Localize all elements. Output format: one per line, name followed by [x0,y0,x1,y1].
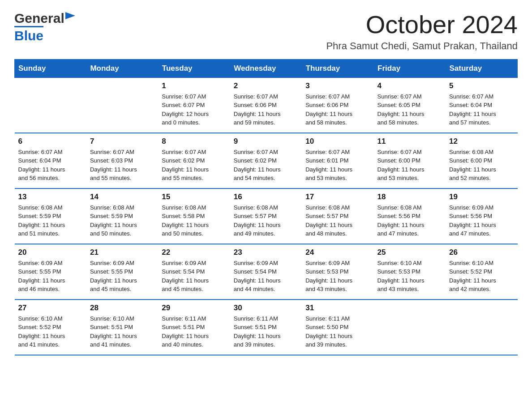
day-info: Sunrise: 6:07 AM Sunset: 6:01 PM Dayligh… [305,148,370,183]
month-title: October 2024 [326,11,518,39]
day-info: Sunrise: 6:08 AM Sunset: 5:57 PM Dayligh… [234,203,298,238]
day-info: Sunrise: 6:08 AM Sunset: 5:56 PM Dayligh… [378,203,442,238]
calendar-cell: 2Sunrise: 6:07 AM Sunset: 6:06 PM Daylig… [230,77,302,133]
calendar-cell: 12Sunrise: 6:08 AM Sunset: 6:00 PM Dayli… [446,133,517,188]
day-info: Sunrise: 6:10 AM Sunset: 5:52 PM Dayligh… [449,259,514,294]
calendar-cell: 23Sunrise: 6:09 AM Sunset: 5:54 PM Dayli… [230,244,302,300]
calendar-cell: 9Sunrise: 6:07 AM Sunset: 6:02 PM Daylig… [230,133,302,188]
logo-top-line: General [14,11,75,26]
calendar-cell: 1Sunrise: 6:07 AM Sunset: 6:07 PM Daylig… [158,77,230,133]
calendar-cell [15,77,86,133]
logo-general-text: General [14,11,64,26]
day-info: Sunrise: 6:08 AM Sunset: 5:59 PM Dayligh… [18,203,83,238]
day-info: Sunrise: 6:07 AM Sunset: 6:02 PM Dayligh… [162,148,226,183]
day-number: 10 [305,137,370,146]
calendar-cell: 17Sunrise: 6:08 AM Sunset: 5:57 PM Dayli… [302,188,373,244]
day-number: 9 [234,137,298,146]
day-number: 11 [378,137,442,146]
day-number: 21 [90,248,154,257]
calendar-cell: 11Sunrise: 6:07 AM Sunset: 6:00 PM Dayli… [374,133,446,188]
day-info: Sunrise: 6:10 AM Sunset: 5:53 PM Dayligh… [378,259,442,294]
calendar-cell: 24Sunrise: 6:09 AM Sunset: 5:53 PM Dayli… [302,244,373,300]
day-info: Sunrise: 6:07 AM Sunset: 6:04 PM Dayligh… [18,148,83,183]
day-number: 3 [305,81,370,90]
day-info: Sunrise: 6:10 AM Sunset: 5:51 PM Dayligh… [90,314,154,349]
day-info: Sunrise: 6:10 AM Sunset: 5:52 PM Dayligh… [18,314,83,349]
day-number: 18 [378,193,442,201]
calendar-cell: 7Sunrise: 6:07 AM Sunset: 6:03 PM Daylig… [86,133,158,188]
calendar-cell: 15Sunrise: 6:08 AM Sunset: 5:58 PM Dayli… [158,188,230,244]
calendar-cell: 8Sunrise: 6:07 AM Sunset: 6:02 PM Daylig… [158,133,230,188]
day-number: 27 [18,304,83,313]
day-number: 28 [90,304,154,313]
logo-flag-icon [65,12,75,23]
calendar-header-monday: Monday [86,59,158,77]
day-number: 19 [449,193,514,201]
day-number: 12 [449,137,514,146]
calendar-week-row: 6Sunrise: 6:07 AM Sunset: 6:04 PM Daylig… [15,133,518,188]
logo-bottom-line: Blue [14,26,75,43]
day-info: Sunrise: 6:11 AM Sunset: 5:51 PM Dayligh… [234,314,298,349]
calendar-cell: 14Sunrise: 6:08 AM Sunset: 5:59 PM Dayli… [86,188,158,244]
calendar-header-friday: Friday [374,59,446,77]
day-info: Sunrise: 6:09 AM Sunset: 5:55 PM Dayligh… [18,259,83,294]
calendar-cell: 5Sunrise: 6:07 AM Sunset: 6:04 PM Daylig… [446,77,517,133]
day-number: 13 [18,193,83,201]
day-number: 31 [305,304,370,313]
day-info: Sunrise: 6:07 AM Sunset: 6:02 PM Dayligh… [234,148,298,183]
day-info: Sunrise: 6:08 AM Sunset: 5:57 PM Dayligh… [305,203,370,238]
calendar-header-tuesday: Tuesday [158,59,230,77]
calendar-cell: 20Sunrise: 6:09 AM Sunset: 5:55 PM Dayli… [15,244,86,300]
calendar-cell [374,300,446,355]
calendar-cell: 19Sunrise: 6:09 AM Sunset: 5:56 PM Dayli… [446,188,517,244]
calendar-cell: 18Sunrise: 6:08 AM Sunset: 5:56 PM Dayli… [374,188,446,244]
calendar-cell: 30Sunrise: 6:11 AM Sunset: 5:51 PM Dayli… [230,300,302,355]
calendar-cell: 22Sunrise: 6:09 AM Sunset: 5:54 PM Dayli… [158,244,230,300]
day-number: 8 [162,137,226,146]
day-info: Sunrise: 6:09 AM Sunset: 5:55 PM Dayligh… [90,259,154,294]
day-number: 20 [18,248,83,257]
day-info: Sunrise: 6:07 AM Sunset: 6:06 PM Dayligh… [305,92,370,127]
day-info: Sunrise: 6:09 AM Sunset: 5:53 PM Dayligh… [305,259,370,294]
calendar-cell: 26Sunrise: 6:10 AM Sunset: 5:52 PM Dayli… [446,244,517,300]
calendar-table: SundayMondayTuesdayWednesdayThursdayFrid… [14,59,518,355]
day-info: Sunrise: 6:07 AM Sunset: 6:06 PM Dayligh… [234,92,298,127]
day-number: 22 [162,248,226,257]
day-number: 23 [234,248,298,257]
day-number: 17 [305,193,370,201]
calendar-cell: 27Sunrise: 6:10 AM Sunset: 5:52 PM Dayli… [15,300,86,355]
calendar-cell [446,300,517,355]
calendar-cell: 28Sunrise: 6:10 AM Sunset: 5:51 PM Dayli… [86,300,158,355]
page-header: General Blue October 2024 Phra Samut Che… [14,11,518,52]
day-number: 15 [162,193,226,201]
day-number: 16 [234,193,298,201]
calendar-cell: 13Sunrise: 6:08 AM Sunset: 5:59 PM Dayli… [15,188,86,244]
calendar-week-row: 1Sunrise: 6:07 AM Sunset: 6:07 PM Daylig… [15,77,518,133]
calendar-header-thursday: Thursday [302,59,373,77]
day-info: Sunrise: 6:11 AM Sunset: 5:51 PM Dayligh… [162,314,226,349]
calendar-cell: 16Sunrise: 6:08 AM Sunset: 5:57 PM Dayli… [230,188,302,244]
calendar-week-row: 27Sunrise: 6:10 AM Sunset: 5:52 PM Dayli… [15,300,518,355]
calendar-cell: 25Sunrise: 6:10 AM Sunset: 5:53 PM Dayli… [374,244,446,300]
day-number: 25 [378,248,442,257]
day-number: 6 [18,137,83,146]
day-number: 1 [162,81,226,90]
day-info: Sunrise: 6:08 AM Sunset: 6:00 PM Dayligh… [449,148,514,183]
day-info: Sunrise: 6:07 AM Sunset: 6:05 PM Dayligh… [378,92,442,127]
calendar-cell: 21Sunrise: 6:09 AM Sunset: 5:55 PM Dayli… [86,244,158,300]
calendar-cell: 31Sunrise: 6:11 AM Sunset: 5:50 PM Dayli… [302,300,373,355]
day-number: 29 [162,304,226,313]
calendar-cell: 10Sunrise: 6:07 AM Sunset: 6:01 PM Dayli… [302,133,373,188]
logo: General Blue [14,11,75,43]
day-info: Sunrise: 6:08 AM Sunset: 5:59 PM Dayligh… [90,203,154,238]
day-number: 14 [90,193,154,201]
title-area: October 2024 Phra Samut Chedi, Samut Pra… [326,11,518,52]
calendar-week-row: 13Sunrise: 6:08 AM Sunset: 5:59 PM Dayli… [15,188,518,244]
day-number: 4 [378,81,442,90]
logo: General Blue [14,11,75,43]
calendar-header-saturday: Saturday [446,59,517,77]
day-number: 26 [449,248,514,257]
calendar-cell: 29Sunrise: 6:11 AM Sunset: 5:51 PM Dayli… [158,300,230,355]
svg-marker-0 [65,12,75,19]
day-number: 24 [305,248,370,257]
